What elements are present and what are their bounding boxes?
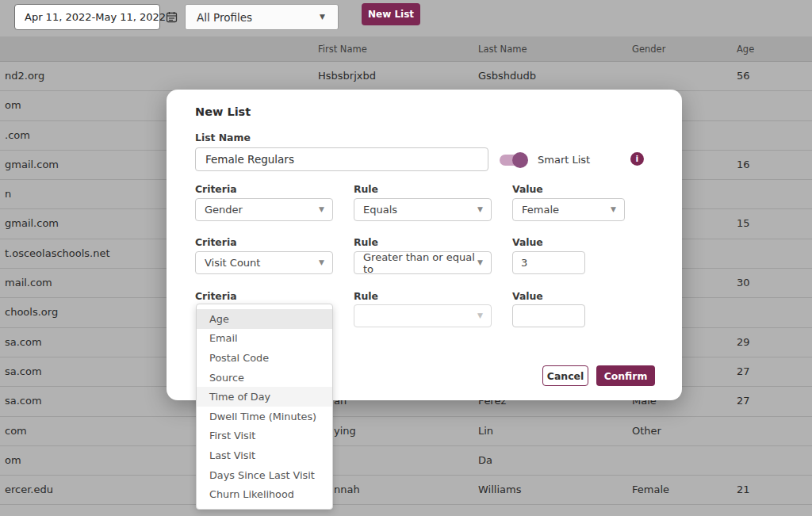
chevron-down-icon: ▼ [611, 206, 616, 213]
confirm-button[interactable]: Confirm [596, 365, 655, 386]
list-name-input[interactable] [195, 147, 488, 171]
chevron-down-icon: ▼ [320, 13, 325, 21]
rule-select-1[interactable]: Equals ▼ [354, 198, 492, 221]
cancel-button[interactable]: Cancel [542, 365, 588, 386]
chevron-down-icon: ▼ [477, 259, 483, 266]
modal-title: New List [195, 105, 251, 118]
new-list-button[interactable]: New List [362, 3, 420, 25]
rule-label-2: Rule [354, 236, 492, 248]
rule-label-3: Rule [354, 290, 492, 302]
calendar-icon [166, 11, 178, 23]
criteria-label-1: Criteria [195, 183, 333, 195]
criteria-select-2-value: Visit Count [205, 257, 260, 269]
value-label-2: Value [512, 236, 625, 248]
toggle-knob [512, 152, 528, 168]
info-icon[interactable]: i [630, 152, 644, 166]
criteria-dropdown: AgeEmailPostal CodeSourceTime of DayDwel… [196, 304, 333, 510]
criteria-select-2[interactable]: Visit Count ▼ [195, 251, 333, 274]
rule-select-2[interactable]: Greater than or equal to ▼ [354, 251, 492, 274]
profiles-filter-value: All Profiles [197, 11, 252, 24]
criteria-option[interactable]: Days Since Last Visit [197, 465, 332, 485]
criteria-option[interactable]: Last Visit [197, 445, 332, 465]
smart-list-toggle[interactable] [500, 155, 527, 166]
value-select-1[interactable]: Female ▼ [512, 198, 625, 221]
criteria-label-3: Criteria [195, 290, 333, 302]
date-range-picker[interactable]: Apr 11, 2022-May 11, 2022 [14, 4, 160, 30]
list-name-label: List Name [195, 132, 251, 143]
criteria-select-1-value: Gender [205, 204, 243, 216]
chevron-down-icon: ▼ [319, 206, 324, 213]
date-range-value: Apr 11, 2022-May 11, 2022 [25, 11, 166, 23]
rule-select-1-value: Equals [363, 204, 397, 216]
rule-select-3[interactable]: ▼ [354, 304, 492, 327]
criteria-select-1[interactable]: Gender ▼ [195, 198, 333, 221]
criteria-label-2: Criteria [195, 236, 333, 248]
value-label-3: Value [512, 290, 625, 302]
criteria-option[interactable]: Time of Day [197, 387, 332, 407]
chevron-down-icon: ▼ [477, 312, 483, 319]
smart-list-label: Smart List [538, 154, 590, 166]
criteria-option[interactable]: First Visit [197, 426, 332, 446]
criteria-option[interactable]: Email [197, 329, 332, 349]
value-select-1-value: Female [522, 204, 559, 216]
rule-select-2-value: Greater than or equal to [363, 251, 477, 275]
value-input-3[interactable] [512, 304, 585, 327]
criteria-option[interactable]: Postal Code [197, 348, 332, 368]
criteria-option[interactable]: Source [197, 368, 332, 388]
value-label-1: Value [512, 183, 625, 195]
value-input-2[interactable] [512, 251, 585, 274]
chevron-down-icon: ▼ [477, 206, 483, 213]
rule-label-1: Rule [354, 183, 492, 195]
criteria-option[interactable]: Churn Likelihood [197, 484, 332, 504]
profiles-filter-select[interactable]: All Profiles ▼ [185, 4, 339, 30]
criteria-option[interactable]: Age [197, 309, 332, 329]
criteria-option[interactable]: Dwell Time (Minutes) [197, 407, 332, 426]
chevron-down-icon: ▼ [319, 259, 324, 266]
